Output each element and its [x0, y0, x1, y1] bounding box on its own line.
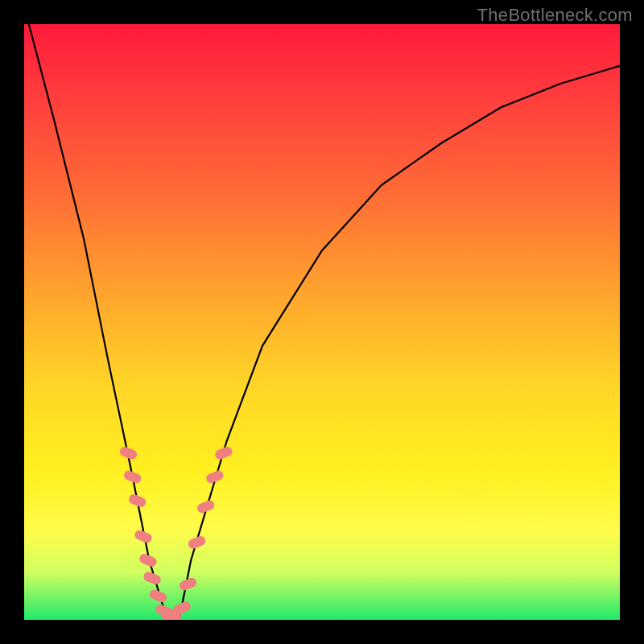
plot-area: [24, 24, 620, 620]
data-point: [213, 445, 233, 460]
watermark-text: TheBottleneck.com: [477, 5, 633, 26]
curve-layer: [24, 24, 620, 620]
data-point: [122, 469, 142, 485]
data-points-layer: [118, 445, 233, 620]
chart-frame: TheBottleneck.com: [0, 0, 644, 644]
data-point: [187, 535, 207, 550]
bottleneck-curve: [24, 24, 620, 620]
data-point: [127, 493, 147, 508]
chart-svg: [24, 24, 620, 620]
